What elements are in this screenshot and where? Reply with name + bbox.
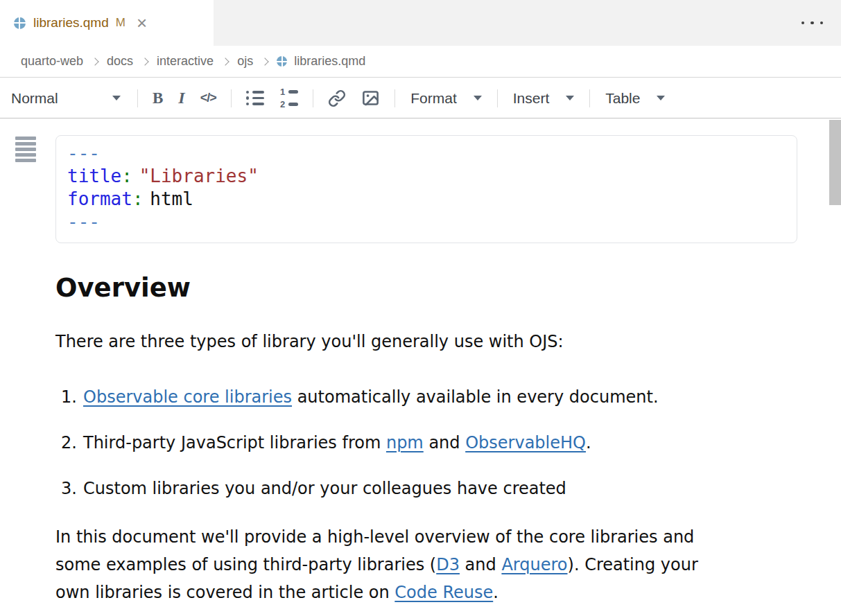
format-menu[interactable]: Format — [402, 85, 490, 112]
chevron-right-icon — [91, 58, 98, 65]
insert-menu-label: Insert — [513, 90, 550, 107]
chevron-right-icon — [261, 58, 268, 65]
doc-link[interactable]: Code Reuse — [395, 583, 493, 602]
yaml-delimiter: --- — [67, 211, 784, 234]
intro-paragraph[interactable]: There are three types of library you'll … — [55, 328, 797, 355]
chevron-down-icon — [112, 96, 121, 100]
toolbar-separator — [231, 89, 232, 107]
editor-canvas[interactable]: --- title:"Libraries" format:html --- Ov… — [0, 118, 841, 616]
close-icon[interactable]: × — [137, 14, 147, 32]
doc-link[interactable]: D3 — [436, 555, 460, 574]
image-icon — [361, 89, 380, 107]
numbered-list-icon: 1 2 — [279, 87, 298, 109]
tab-libraries-qmd[interactable]: libraries.qmd M × — [0, 0, 214, 46]
toolbar-separator — [395, 89, 395, 107]
bullet-list-button[interactable] — [239, 85, 272, 112]
editor-window: libraries.qmd M × quarto-web docs intera… — [0, 0, 841, 616]
bullet-list-icon — [246, 91, 265, 106]
breadcrumb-item-ojs[interactable]: ojs — [237, 54, 253, 69]
link-button[interactable] — [320, 85, 354, 112]
paragraph-style-select[interactable]: Normal — [11, 90, 130, 107]
list-item[interactable]: 1. Observable core libraries automatical… — [55, 383, 797, 411]
toolbar-separator — [313, 89, 313, 107]
image-button[interactable] — [354, 85, 388, 112]
list-item-text: Third-party JavaScript libraries from np… — [83, 429, 591, 457]
yaml-title-line: title:"Libraries" — [67, 165, 784, 188]
list-item-number: 2. — [55, 429, 83, 457]
formatting-toolbar: Normal B I </> 1 2 — [0, 78, 841, 118]
toolbar-separator — [137, 89, 138, 107]
breadcrumb: quarto-web docs interactive ojs librarie… — [0, 46, 841, 78]
list-item-text: Custom libraries you and/or your colleag… — [83, 475, 566, 502]
breadcrumb-item-quarto-web[interactable]: quarto-web — [21, 54, 83, 69]
list-item-text: Observable core libraries automatically … — [83, 383, 659, 411]
doc-link[interactable]: npm — [386, 433, 424, 452]
tab-bar-spacer — [214, 0, 841, 46]
paragraph-style-value: Normal — [11, 90, 58, 107]
italic-button[interactable]: I — [171, 85, 192, 112]
doc-link[interactable]: Observable core libraries — [83, 387, 292, 407]
outro-paragraph[interactable]: In this document we'll provide a high-le… — [55, 523, 727, 606]
bold-button[interactable]: B — [145, 85, 171, 112]
chevron-down-icon — [566, 96, 574, 100]
numbered-list: 1. Observable core libraries automatical… — [55, 383, 797, 502]
vertical-scrollbar-thumb[interactable] — [829, 120, 841, 205]
yaml-format-line: format:html — [67, 188, 784, 211]
format-menu-label: Format — [410, 90, 457, 107]
breadcrumb-item-interactive[interactable]: interactive — [157, 54, 214, 69]
list-item[interactable]: 3. Custom libraries you and/or your coll… — [55, 475, 797, 502]
breadcrumb-filename: libraries.qmd — [294, 54, 365, 69]
modified-badge: M — [116, 16, 125, 30]
yaml-front-matter: --- title:"Libraries" format:html --- — [55, 135, 797, 243]
chevron-right-icon — [221, 58, 229, 65]
toolbar-separator — [497, 89, 498, 107]
insert-menu[interactable]: Insert — [505, 85, 583, 112]
chevron-down-icon — [474, 96, 482, 100]
table-menu[interactable]: Table — [597, 85, 673, 112]
quarto-file-icon — [14, 17, 26, 29]
breadcrumb-item-docs[interactable]: docs — [107, 54, 133, 69]
yaml-code-block[interactable]: --- title:"Libraries" format:html --- — [55, 135, 797, 243]
doc-link[interactable]: ObservableHQ — [465, 433, 586, 452]
list-item-number: 1. — [55, 383, 83, 411]
visual-editor-document: --- title:"Libraries" format:html --- Ov… — [0, 118, 841, 606]
block-drag-handle-icon[interactable] — [15, 135, 36, 164]
section-heading[interactable]: Overview — [55, 274, 797, 303]
link-icon — [328, 89, 346, 107]
tab-bar: libraries.qmd M × — [0, 0, 841, 46]
list-item-number: 3. — [55, 475, 83, 502]
more-actions-icon[interactable] — [799, 17, 826, 29]
tab-filename: libraries.qmd — [33, 15, 109, 30]
table-menu-label: Table — [605, 90, 640, 107]
breadcrumb-item-file[interactable]: libraries.qmd — [277, 54, 365, 69]
chevron-down-icon — [657, 96, 665, 100]
chevron-right-icon — [141, 58, 148, 65]
code-button[interactable]: </> — [193, 85, 224, 112]
toolbar-separator — [589, 89, 590, 107]
list-item[interactable]: 2. Third-party JavaScript libraries from… — [55, 429, 797, 457]
numbered-list-button[interactable]: 1 2 — [272, 85, 306, 112]
doc-link[interactable]: Arquero — [501, 555, 567, 574]
quarto-file-icon — [277, 56, 287, 67]
yaml-delimiter: --- — [67, 142, 784, 165]
